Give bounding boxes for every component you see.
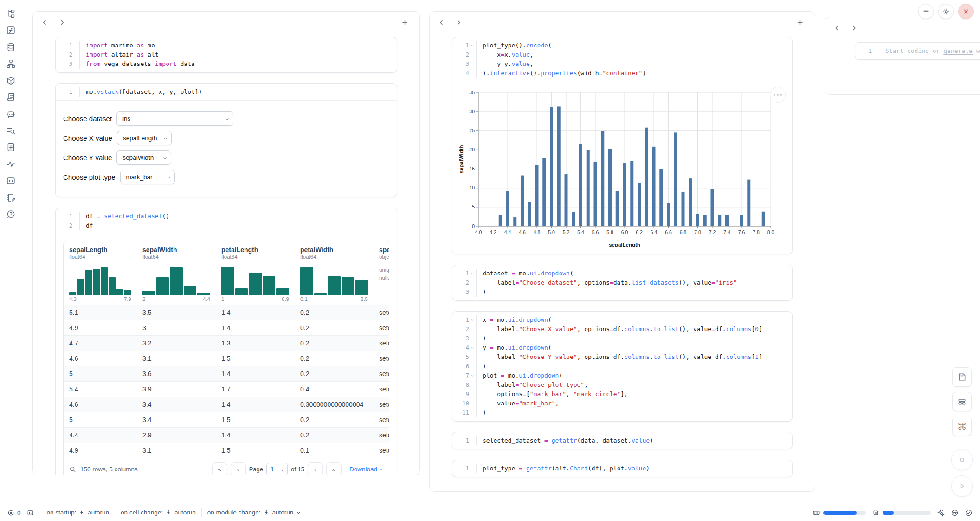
- column1-next-button[interactable]: [57, 17, 67, 28]
- fold-chevron-icon[interactable]: [469, 41, 475, 50]
- table-cell: 1.7: [216, 382, 295, 397]
- last-page-button[interactable]: »: [326, 462, 342, 475]
- line-number: 1: [855, 46, 872, 56]
- code-editor[interactable]: 1selected_dataset = getattr(data, datase…: [452, 432, 792, 449]
- choose-x-value-select[interactable]: sepalLength: [117, 131, 172, 145]
- run-button[interactable]: [951, 475, 973, 497]
- line-number: 1: [452, 436, 469, 445]
- table-cell: 1.4: [216, 397, 295, 412]
- code-line: 9 options=["mark_bar", "mark_circle"],: [452, 390, 792, 399]
- search-icon[interactable]: [69, 466, 76, 473]
- sidebar-package-button[interactable]: [4, 74, 18, 87]
- table-cell: setosa: [374, 397, 389, 412]
- fold-chevron-icon[interactable]: [469, 343, 475, 352]
- sidebar-file-tree-button[interactable]: [4, 7, 18, 20]
- altair-bar-chart[interactable]: 4.04.24.44.64.85.05.25.45.65.86.06.26.46…: [457, 87, 790, 250]
- settings-button[interactable]: [938, 4, 954, 19]
- svg-text:7.4: 7.4: [723, 229, 730, 235]
- column2-prev-button[interactable]: [436, 17, 447, 28]
- floating-actions: ⌘: [951, 367, 973, 497]
- fold-chevron-icon[interactable]: [469, 315, 475, 325]
- column2-next-button[interactable]: [453, 17, 464, 28]
- svg-text:5.0: 5.0: [548, 229, 555, 235]
- error-count: 0: [17, 509, 21, 516]
- choose-dataset-select[interactable]: iris: [116, 111, 233, 126]
- code-editor[interactable]: 1import marimo as mo2import altair as al…: [56, 37, 397, 72]
- errors-indicator[interactable]: 0: [7, 509, 21, 516]
- stop-button[interactable]: [951, 449, 973, 470]
- connection-status-button[interactable]: [965, 509, 973, 517]
- column-header-sepalLength[interactable]: sepalLengthfloat644.37.9: [64, 241, 137, 305]
- ai-features-button[interactable]: [937, 509, 945, 517]
- sidebar-snippets-button[interactable]: [4, 175, 18, 187]
- sidebar-scratchpad-button[interactable]: [4, 191, 18, 204]
- column1-prev-button[interactable]: [39, 17, 50, 28]
- code-editor[interactable]: 1plot_type = getattr(alt.Chart(df), plot…: [452, 460, 792, 477]
- code-cell-dataframe: 1df = selected_dataset()2df sepalLengthf…: [55, 208, 397, 475]
- code-editor[interactable]: 1mo.vstack([dataset, x, y, plot]): [56, 84, 397, 100]
- shutdown-button[interactable]: [958, 4, 974, 19]
- sidebar-help-button[interactable]: [4, 208, 18, 221]
- column-header-petalWidth[interactable]: petalWidthfloat640.12.5: [295, 241, 374, 305]
- code-editor[interactable]: 1x = mo.ui.dropdown(2 label="Choose X va…: [452, 312, 792, 421]
- svg-text:15: 15: [469, 166, 475, 171]
- next-page-button[interactable]: ›: [308, 462, 323, 475]
- choose-plot-type-select[interactable]: mark_bar: [120, 170, 175, 184]
- code-editor[interactable]: 1df = selected_dataset()2df: [56, 208, 397, 234]
- column-header-sepalWidth[interactable]: sepalWidthfloat6424.4: [137, 241, 216, 305]
- fold-chevron-icon[interactable]: [469, 371, 475, 380]
- terminal-button[interactable]: [27, 509, 34, 516]
- code-cell-xy-plot-dropdowns: 1x = mo.ui.dropdown(2 label="Choose X va…: [452, 311, 793, 422]
- sidebar-scroll-button[interactable]: [4, 91, 18, 104]
- first-page-button[interactable]: «: [212, 462, 227, 475]
- generate-with-ai-link[interactable]: generate: [943, 47, 973, 54]
- add-cell-button[interactable]: [795, 17, 806, 28]
- code-cell-plot: 1plot_type().encode(2 x=x.value,3 y=y.va…: [452, 37, 793, 254]
- sidebar-function-button[interactable]: [4, 24, 18, 37]
- dependency-graph-icon: [6, 59, 16, 69]
- download-button[interactable]: Download: [349, 466, 383, 473]
- table-cell: 4.9: [64, 443, 137, 458]
- svg-text:8.0: 8.0: [767, 229, 774, 235]
- page-select[interactable]: 1: [266, 463, 288, 475]
- sidebar-logs-search-button[interactable]: [4, 124, 18, 137]
- table-cell: setosa: [374, 305, 389, 320]
- chart-output: 4.04.24.44.64.85.05.25.45.65.86.06.26.46…: [452, 82, 792, 254]
- add-cell-button[interactable]: [400, 17, 410, 28]
- code-editor[interactable]: 1 Start coding or generate with AI: [855, 43, 980, 59]
- fold-spacer: [469, 69, 475, 78]
- code-line: 7plot = mo.ui.dropdown(: [452, 371, 792, 380]
- chart-options-button[interactable]: [770, 87, 786, 103]
- column3-prev-button[interactable]: [832, 23, 842, 33]
- column-histogram: [300, 265, 368, 295]
- save-button[interactable]: [952, 367, 972, 387]
- table-cell: setosa: [374, 412, 389, 427]
- sidebar-document-button[interactable]: [4, 141, 18, 154]
- code-editor[interactable]: 1dataset = mo.ui.dropdown(2 label="Choos…: [452, 265, 792, 300]
- fold-spacer: [469, 399, 475, 408]
- line-number: 11: [452, 408, 469, 417]
- code-editor[interactable]: 1plot_type().encode(2 x=x.value,3 y=y.va…: [452, 37, 792, 82]
- choose-y-value-select[interactable]: sepalWidth: [116, 150, 171, 165]
- column3-next-button[interactable]: [849, 23, 859, 33]
- notebook-menu-button[interactable]: [918, 4, 934, 19]
- notebook-canvas: 1import marimo as mo2import altair as al…: [21, 0, 980, 504]
- table-cell: 4.9: [64, 320, 137, 335]
- assistant-button[interactable]: [951, 509, 959, 517]
- sidebar-dependency-graph-button[interactable]: [4, 58, 18, 70]
- plus-icon: [401, 19, 408, 26]
- fold-chevron-icon[interactable]: [469, 269, 475, 278]
- runtime-config-2[interactable]: on cell change:autorun: [121, 509, 196, 516]
- column-header-species[interactable]: speciesobjectunique:nulls:: [374, 241, 389, 305]
- sidebar-activity-button[interactable]: [4, 158, 18, 170]
- sidebar-database-button[interactable]: [4, 41, 18, 53]
- column-header-petalLength[interactable]: petalLengthfloat6416.9: [216, 241, 295, 305]
- sidebar-chatbot-button[interactable]: [4, 108, 18, 120]
- code-line: 2 label="Choose X value", options=df.col…: [452, 325, 792, 334]
- keyboard-shortcuts-button[interactable]: ⌘: [952, 417, 972, 436]
- prev-page-button[interactable]: ‹: [231, 462, 246, 475]
- layout-button[interactable]: [952, 392, 972, 411]
- bar-chart-svg[interactable]: 4.04.24.44.64.85.05.25.45.65.86.06.26.46…: [457, 87, 777, 250]
- runtime-config-3[interactable]: on module change:autorun: [207, 509, 302, 516]
- runtime-config-1[interactable]: on startup:autorun: [47, 509, 110, 516]
